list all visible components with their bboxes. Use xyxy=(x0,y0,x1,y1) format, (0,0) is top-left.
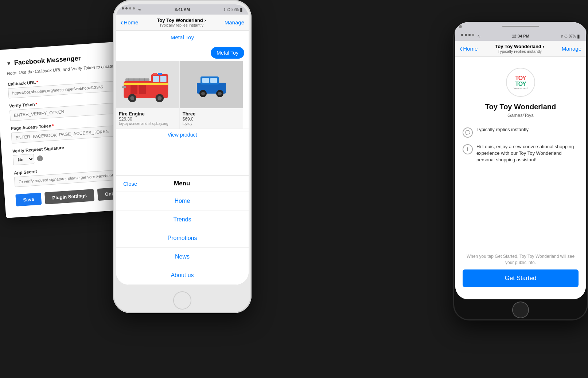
toy-car-svg xyxy=(195,70,228,99)
svg-point-13 xyxy=(130,96,134,100)
logo-toy-top: TOY xyxy=(514,75,527,81)
right-page-subtitle: Typically replies instantly xyxy=(495,49,544,54)
product-card-1: Fire Engine $26.30 toytoywonderland.shop… xyxy=(116,61,180,129)
svg-point-24 xyxy=(201,92,205,95)
product-1-url: toytoywonderland.shopbay.org xyxy=(119,122,176,126)
menu-close-button[interactable]: Close xyxy=(123,181,137,187)
svg-rect-3 xyxy=(160,76,167,82)
notch-bar xyxy=(453,22,588,31)
right-manage-button[interactable]: Manage xyxy=(562,46,581,52)
right-back-button[interactable]: ‹ Home xyxy=(460,44,478,54)
info-row: i Hi Louis, enjoy a new conversational s… xyxy=(463,143,579,164)
svg-point-26 xyxy=(218,92,222,95)
logo-inner: TOY TOY Wonderland xyxy=(514,75,527,90)
svg-rect-21 xyxy=(202,78,209,83)
logo-toy-bottom: TOY xyxy=(514,81,527,87)
get-started-note: When you tap Get Started, Toy Toy Wonder… xyxy=(463,253,579,266)
front-camera xyxy=(459,25,462,28)
phone-middle-screen: ∿ 8:41 AM ⇧ ⎔ 83% ▮ ‹ Home Toy Toy Wonde… xyxy=(116,4,249,285)
right-status-bar: ∿ 12:34 PM ⇧ ⎔ 87% ▮ xyxy=(455,31,586,41)
messenger-nav: ‹ Home Toy Toy Wonderland › Typically re… xyxy=(116,15,249,31)
fire-engine-svg xyxy=(120,63,175,106)
section-title: Facebook Messenger xyxy=(14,55,81,67)
svg-rect-17 xyxy=(158,73,162,75)
menu-item-about[interactable]: About us xyxy=(116,266,249,285)
svg-rect-22 xyxy=(210,78,217,83)
battery-icon: ▮ xyxy=(240,7,243,12)
page-title: Toy Toy Wonderland › xyxy=(157,17,206,23)
menu-title: Menu xyxy=(174,180,190,187)
right-content: TOY TOY Wonderland Toy Toy Wonderland Ga… xyxy=(455,57,586,299)
save-button[interactable]: Save xyxy=(15,193,42,206)
right-phone-screen: ∿ 12:34 PM ⇧ ⎔ 87% ▮ ‹ Home Toy Toy Wond… xyxy=(455,31,586,299)
svg-rect-16 xyxy=(153,73,157,75)
view-product-link[interactable]: View product xyxy=(116,129,249,139)
dot2 xyxy=(125,7,128,9)
product-2-url: toytoy xyxy=(183,122,240,126)
dot3 xyxy=(129,7,131,9)
shop-logo: TOY TOY Wonderland xyxy=(506,68,535,97)
logo-wonderland: Wonderland xyxy=(514,87,527,90)
product-1-name: Fire Engine xyxy=(119,111,176,117)
phone-content: Metal Toy Metal Toy xyxy=(116,31,249,285)
right-battery-icon: ▮ xyxy=(577,33,580,39)
reply-text: Typically replies instantly xyxy=(476,127,529,132)
back-button[interactable]: ‹ Home xyxy=(120,18,138,27)
home-button[interactable] xyxy=(173,291,191,310)
right-phone: ∿ 12:34 PM ⇧ ⎔ 87% ▮ ‹ Home Toy Toy Wond… xyxy=(453,22,588,320)
product-card-2-info: Three $69.0 toytoy xyxy=(180,108,243,129)
menu-item-home[interactable]: Home xyxy=(116,192,249,210)
menu-header: Close Menu xyxy=(116,176,249,192)
shop-name: Toy Toy Wonderland xyxy=(485,103,556,111)
right-page-info: Toy Toy Wonderland › Typically replies i… xyxy=(495,44,544,54)
product-area: Metal Toy xyxy=(116,43,249,175)
svg-rect-2 xyxy=(153,76,159,82)
svg-rect-6 xyxy=(124,83,168,85)
product-2-name: Three xyxy=(183,111,240,117)
page-subtitle: Typically replies instantly xyxy=(157,23,206,27)
top-line xyxy=(502,26,539,27)
right-home-button[interactable] xyxy=(512,302,529,318)
right-back-chevron-icon: ‹ xyxy=(460,44,462,54)
svg-point-15 xyxy=(157,96,161,100)
product-title: Metal Toy xyxy=(171,34,194,40)
info-text: Hi Louis, enjoy a new conversational sho… xyxy=(476,143,579,164)
menu-overlay: Close Menu Home Trends Promotions News xyxy=(116,175,249,285)
signal-dots-right: ∿ xyxy=(461,34,480,39)
dot4 xyxy=(133,7,135,9)
product-2-price: $69.0 xyxy=(183,117,240,122)
page-info: Toy Toy Wonderland › Typically replies i… xyxy=(157,17,206,27)
shop-category: Games/Toys xyxy=(507,113,534,118)
svg-rect-18 xyxy=(122,86,126,88)
plugin-settings-button[interactable]: Plugin Settings xyxy=(44,189,94,204)
menu-item-promotions[interactable]: Promotions xyxy=(116,229,249,248)
lock-icon: ⎔ xyxy=(227,8,230,12)
right-status-icons: ⇧ ⎔ 87% ▮ xyxy=(560,33,580,39)
battery-pct: 83% xyxy=(231,8,239,12)
menu-item-trends[interactable]: Trends xyxy=(116,210,249,229)
product-bubble: Metal Toy xyxy=(211,47,244,59)
back-label: Home xyxy=(124,19,138,25)
status-time: 8:41 AM xyxy=(175,7,190,12)
product-card-2-image xyxy=(180,61,243,108)
signal-dots: ∿ xyxy=(122,7,141,12)
product-card-1-image xyxy=(116,61,179,108)
chat-svg xyxy=(465,130,470,135)
svg-rect-4 xyxy=(131,84,137,94)
menu-item-news[interactable]: News xyxy=(116,248,249,266)
product-1-price: $26.30 xyxy=(119,117,176,122)
svg-rect-5 xyxy=(139,84,146,94)
product-card-row: Fire Engine $26.30 toytoywonderland.shop… xyxy=(116,61,249,129)
chat-icon xyxy=(463,127,473,138)
manage-button[interactable]: Manage xyxy=(225,19,244,25)
get-started-button[interactable]: Get Started xyxy=(463,269,579,287)
info-circle-icon: i xyxy=(463,144,473,154)
collapse-chevron[interactable]: ▼ xyxy=(6,60,12,66)
right-status-time: 12:34 PM xyxy=(512,34,529,38)
right-battery-pct: 87% xyxy=(569,34,576,38)
status-right: ⇧ ⎔ 83% ▮ xyxy=(223,7,243,12)
back-chevron-icon: ‹ xyxy=(120,18,123,27)
right-messenger-nav: ‹ Home Toy Toy Wonderland › Typically re… xyxy=(455,41,586,57)
verify-request-select[interactable]: No Yes xyxy=(13,154,35,165)
status-bar: ∿ 8:41 AM ⇧ ⎔ 83% ▮ xyxy=(116,4,249,15)
